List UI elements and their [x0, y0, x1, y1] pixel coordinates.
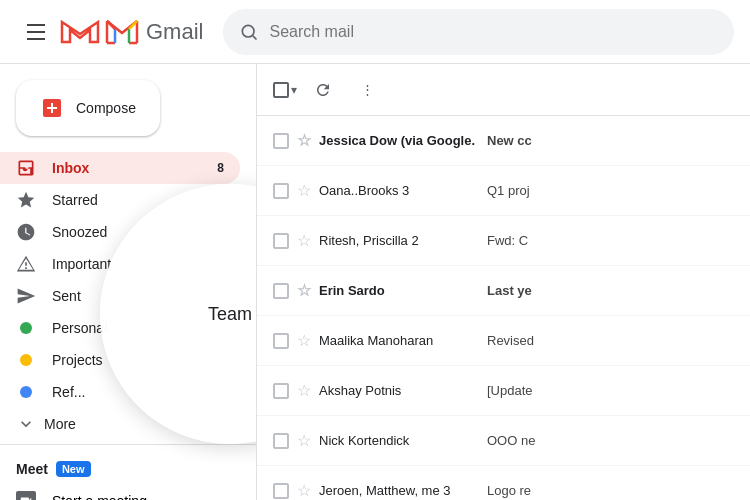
email-subject: Revised — [487, 333, 666, 348]
email-star-icon[interactable]: ☆ — [297, 481, 311, 500]
more-options-button[interactable]: ⋮ — [349, 72, 385, 108]
sidebar-item-snoozed[interactable]: Snoozed — [0, 216, 240, 248]
email-row[interactable]: ☆ Jeroen, Matthew, me 3 Logo re — [257, 466, 750, 500]
email-sender: Erin Sardo — [319, 283, 479, 298]
select-all-checkbox[interactable] — [273, 82, 289, 98]
email-star-icon[interactable]: ☆ — [297, 131, 311, 150]
select-all-area[interactable]: ▾ — [273, 82, 297, 98]
more-options-icon: ⋮ — [361, 82, 374, 97]
email-checkbox[interactable] — [273, 133, 289, 149]
compose-button[interactable]: Compose — [16, 80, 160, 136]
email-sender: Jessica Dow (via Google. — [319, 133, 479, 148]
meet-header: Meet New — [0, 453, 256, 485]
email-sender: Jeroen, Matthew, me 3 — [319, 483, 479, 498]
star-icon — [16, 190, 36, 210]
email-checkbox[interactable] — [273, 283, 289, 299]
gmail-text-label: Gmail — [146, 19, 203, 45]
email-sender: Maalika Manoharan — [319, 333, 479, 348]
sidebar-item-starred[interactable]: Starred — [0, 184, 240, 216]
important-label: Important — [52, 256, 224, 272]
chevron-down-icon — [16, 414, 36, 434]
gmail-logo: Gmail — [60, 18, 203, 46]
email-subject: [Update — [487, 383, 666, 398]
select-dropdown-icon[interactable]: ▾ — [291, 83, 297, 97]
meet-label: Meet — [16, 461, 48, 477]
references-dot-icon — [16, 382, 36, 402]
email-row[interactable]: ☆ Jessica Dow (via Google. New cc — [257, 116, 750, 166]
sidebar-item-sent[interactable]: Sent — [0, 280, 240, 312]
meet-section: Meet New Start a meeting Join a meeting — [0, 444, 256, 500]
email-star-icon[interactable]: ☆ — [297, 381, 311, 400]
send-icon — [16, 286, 36, 306]
email-sender: Nick Kortendick — [319, 433, 479, 448]
projects-dot-icon — [16, 350, 36, 370]
start-meeting-button[interactable]: Start a meeting — [0, 485, 256, 500]
email-subject: OOO ne — [487, 433, 666, 448]
search-bar[interactable] — [223, 9, 734, 55]
email-subject: New cc — [487, 133, 666, 148]
email-sender: Ritesh, Priscilla 2 — [319, 233, 479, 248]
email-subject: Q1 proj — [487, 183, 666, 198]
personal-dot-icon — [16, 318, 36, 338]
main-layout: Compose Inbox 8 Starred Snoozed — [0, 64, 750, 500]
hamburger-button[interactable] — [16, 12, 56, 52]
svg-point-8 — [243, 25, 255, 37]
email-subject: Logo re — [487, 483, 666, 498]
sidebar-item-personal[interactable]: Personal — [0, 312, 240, 344]
email-subject: Last ye — [487, 283, 666, 298]
sidebar-item-projects[interactable]: Projects — [0, 344, 240, 376]
email-star-icon[interactable]: ☆ — [297, 231, 311, 250]
email-checkbox[interactable] — [273, 483, 289, 499]
email-row[interactable]: ☆ Akshay Potnis [Update — [257, 366, 750, 416]
projects-label: Projects — [52, 352, 224, 368]
email-star-icon[interactable]: ☆ — [297, 431, 311, 450]
email-row[interactable]: ☆ Oana..Brooks 3 Q1 proj — [257, 166, 750, 216]
compose-plus-icon — [40, 96, 64, 120]
m-logo-colored — [104, 18, 140, 46]
sidebar-item-important[interactable]: Important — [0, 248, 240, 280]
sidebar: Compose Inbox 8 Starred Snoozed — [0, 64, 256, 500]
video-icon — [16, 491, 36, 500]
search-icon — [239, 22, 259, 42]
search-input[interactable] — [269, 23, 718, 41]
gmail-m-icon — [60, 18, 100, 46]
sidebar-item-inbox[interactable]: Inbox 8 — [0, 152, 240, 184]
sent-label: Sent — [52, 288, 224, 304]
svg-line-9 — [253, 35, 257, 39]
email-checkbox[interactable] — [273, 433, 289, 449]
important-icon — [16, 254, 36, 274]
email-row[interactable]: ☆ Erin Sardo Last ye — [257, 266, 750, 316]
email-checkbox[interactable] — [273, 383, 289, 399]
inbox-badge: 8 — [217, 161, 224, 175]
email-sender: Akshay Potnis — [319, 383, 479, 398]
refresh-button[interactable] — [305, 72, 341, 108]
more-label: More — [44, 416, 76, 432]
email-star-icon[interactable]: ☆ — [297, 181, 311, 200]
email-star-icon[interactable]: ☆ — [297, 281, 311, 300]
start-meeting-label: Start a meeting — [52, 493, 147, 500]
references-label: Ref... — [52, 384, 224, 400]
starred-label: Starred — [52, 192, 224, 208]
email-row[interactable]: ☆ Nick Kortendick OOO ne — [257, 416, 750, 466]
email-checkbox[interactable] — [273, 183, 289, 199]
email-checkbox[interactable] — [273, 233, 289, 249]
email-list: ▾ ⋮ ☆ Jessica Dow (via Google. New cc ☆ … — [256, 64, 750, 500]
email-rows-container: ☆ Jessica Dow (via Google. New cc ☆ Oana… — [257, 116, 750, 500]
inbox-icon — [16, 158, 36, 178]
more-toggle[interactable]: More — [0, 408, 256, 440]
personal-label: Personal — [52, 320, 224, 336]
email-checkbox[interactable] — [273, 333, 289, 349]
email-row[interactable]: ☆ Ritesh, Priscilla 2 Fwd: C — [257, 216, 750, 266]
compose-label: Compose — [76, 100, 136, 116]
email-row[interactable]: ☆ Maalika Manoharan Revised — [257, 316, 750, 366]
top-bar: Gmail — [0, 0, 750, 64]
email-toolbar: ▾ ⋮ — [257, 64, 750, 116]
email-star-icon[interactable]: ☆ — [297, 331, 311, 350]
meet-new-badge: New — [56, 461, 91, 477]
sidebar-item-references[interactable]: Ref... — [0, 376, 240, 408]
clock-icon — [16, 222, 36, 242]
email-subject: Fwd: C — [487, 233, 666, 248]
email-sender: Oana..Brooks 3 — [319, 183, 479, 198]
inbox-label: Inbox — [52, 160, 201, 176]
snoozed-label: Snoozed — [52, 224, 224, 240]
